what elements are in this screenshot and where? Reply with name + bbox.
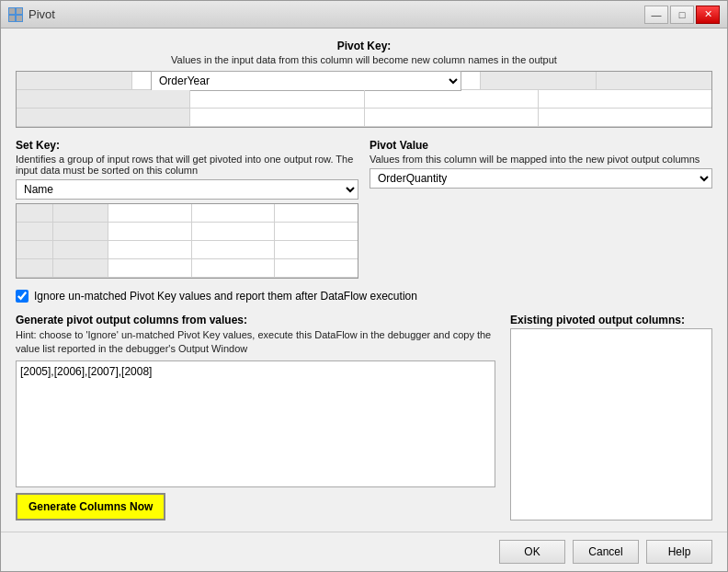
set-key-grid <box>16 203 358 279</box>
help-button[interactable]: Help <box>646 540 712 564</box>
window-title: Pivot <box>28 7 55 21</box>
pivot-value-section: Pivot Value Values from this column will… <box>370 139 712 279</box>
set-key-section: Set Key: Identifies a group of input row… <box>16 139 358 279</box>
pivot-value-description: Values from this column will be mapped i… <box>370 154 712 165</box>
generate-values-box[interactable]: [2005],[2006],[2007],[2008] <box>16 360 495 487</box>
ignore-checkbox-label: Ignore un-matched Pivot Key values and r… <box>34 290 417 303</box>
ignore-checkbox[interactable] <box>16 290 28 303</box>
set-key-description: Identifies a group of input rows that wi… <box>16 154 358 176</box>
main-content: Pivot Key: Values in the input data from… <box>1 29 727 532</box>
title-buttons: — □ ✕ <box>644 6 720 24</box>
pivot-value-select[interactable]: OrderQuantity <box>370 168 712 189</box>
pivot-key-dropdown-cell: OrderYear <box>132 72 481 90</box>
close-button[interactable]: ✕ <box>696 6 720 24</box>
app-icon <box>8 7 23 22</box>
generate-label: Generate pivot output columns from value… <box>16 314 495 326</box>
svg-rect-1 <box>17 8 22 14</box>
footer: OK Cancel Help <box>1 532 727 571</box>
set-key-label: Set Key: <box>16 139 358 152</box>
generate-hint: Hint: choose to 'Ignore' un-matched Pivo… <box>16 328 495 357</box>
pivot-key-select[interactable]: OrderYear <box>151 71 461 91</box>
ignore-checkbox-row: Ignore un-matched Pivot Key values and r… <box>16 290 712 303</box>
generate-columns-button[interactable]: Generate Columns Now <box>16 493 165 521</box>
set-key-select[interactable]: Name <box>16 179 358 200</box>
generate-section: Generate pivot output columns from value… <box>16 314 495 521</box>
svg-rect-2 <box>9 16 15 21</box>
minimize-button[interactable]: — <box>644 6 668 24</box>
middle-section: Set Key: Identifies a group of input row… <box>16 139 712 279</box>
title-bar: Pivot — □ ✕ <box>1 1 727 29</box>
pivot-key-grid: OrderYear <box>16 71 712 128</box>
svg-rect-0 <box>9 8 15 14</box>
pivot-key-description: Values in the input data from this colum… <box>171 54 557 65</box>
existing-section: Existing pivoted output columns: <box>510 314 712 521</box>
maximize-button[interactable]: □ <box>670 6 694 24</box>
svg-rect-3 <box>17 16 22 21</box>
generate-values-text: [2005],[2006],[2007],[2008] <box>20 365 152 378</box>
existing-values-box <box>510 328 712 521</box>
pivot-key-label: Pivot Key: <box>337 40 392 52</box>
title-bar-left: Pivot <box>8 7 55 22</box>
bottom-section: Generate pivot output columns from value… <box>16 314 712 521</box>
main-window: Pivot — □ ✕ Pivot Key: Values in the inp… <box>0 0 728 572</box>
ok-button[interactable]: OK <box>499 540 565 564</box>
cancel-button[interactable]: Cancel <box>573 540 639 564</box>
existing-label: Existing pivoted output columns: <box>510 314 712 326</box>
pivot-value-label: Pivot Value <box>370 139 712 152</box>
